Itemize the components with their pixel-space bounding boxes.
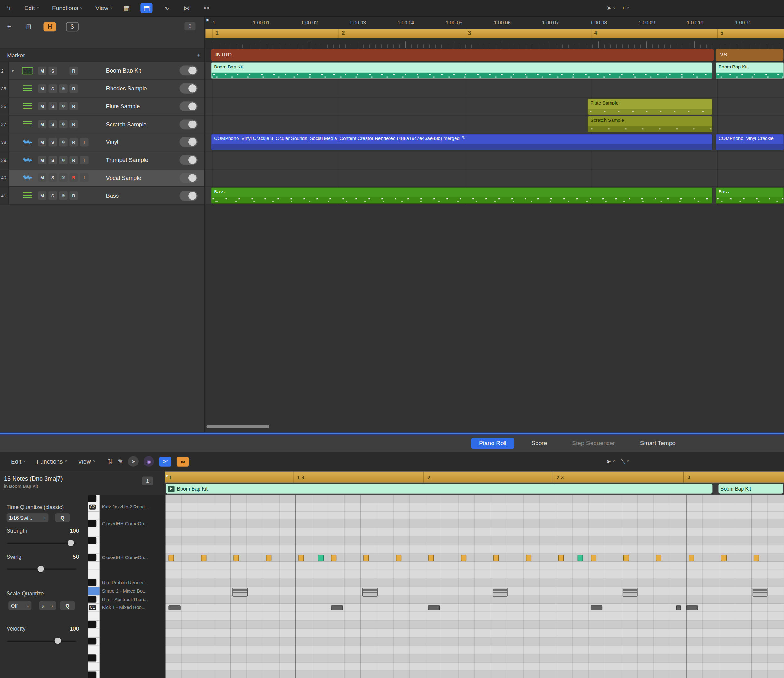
midi-in-icon[interactable]: ➤ xyxy=(128,456,139,467)
piano-key[interactable] xyxy=(88,587,100,596)
catch-playhead-icon[interactable]: ◉ xyxy=(143,456,154,467)
midi-note[interactable] xyxy=(363,588,377,597)
solo-button[interactable]: S xyxy=(48,156,57,164)
piano-key[interactable] xyxy=(88,654,100,662)
track-lane[interactable] xyxy=(206,169,784,187)
slider-knob[interactable] xyxy=(55,638,61,644)
pointer-tool[interactable]: ➤˅ xyxy=(606,458,615,465)
solo-button[interactable]: S xyxy=(48,138,57,146)
region[interactable]: Bass xyxy=(211,187,713,204)
mute-button[interactable]: M xyxy=(38,84,47,93)
midi-note[interactable] xyxy=(656,554,661,561)
record-button[interactable]: R xyxy=(69,191,78,200)
piano-roll-ruler[interactable]: ▶ 11 322 33 xyxy=(165,472,784,483)
region[interactable]: Flute Sample xyxy=(588,98,712,115)
play-icon[interactable]: ▶ xyxy=(168,485,175,492)
record-button[interactable]: R xyxy=(69,84,78,93)
freeze-icon[interactable]: ❄ xyxy=(59,174,67,182)
piano-key[interactable] xyxy=(88,511,100,520)
solo-button[interactable]: S xyxy=(48,84,57,93)
link-icon[interactable]: ∞ xyxy=(176,456,189,467)
piano-key[interactable] xyxy=(88,495,100,503)
track-on-toggle[interactable] xyxy=(179,173,197,183)
disclosure-icon[interactable]: ▸ xyxy=(9,68,17,73)
input-monitor-button[interactable]: I xyxy=(80,156,89,164)
midi-note[interactable] xyxy=(623,554,629,561)
track-on-toggle[interactable] xyxy=(179,119,197,129)
tab-piano-roll[interactable]: Piano Roll xyxy=(471,438,514,449)
midi-note[interactable] xyxy=(753,588,768,597)
menu-view[interactable]: View˅ xyxy=(95,5,113,11)
stepper-icon[interactable]: ↕ xyxy=(42,515,46,520)
grid-view-icon[interactable]: ▦ xyxy=(121,3,132,13)
add-track-button[interactable]: + xyxy=(7,23,11,30)
horizontal-scrollbar[interactable] xyxy=(206,425,784,430)
automation-icon[interactable]: ∿ xyxy=(161,3,173,13)
menu-functions[interactable]: Functions˅ xyxy=(37,458,67,465)
mute-button[interactable]: M xyxy=(38,174,47,182)
midi-note[interactable] xyxy=(233,554,239,561)
marker-section-intro[interactable]: INTRO xyxy=(211,49,714,61)
stepper-icon[interactable]: ↕ xyxy=(25,603,29,608)
solo-button[interactable]: S xyxy=(48,191,57,200)
window-split-divider[interactable] xyxy=(0,432,784,435)
midi-note[interactable] xyxy=(363,554,369,561)
add-tool[interactable]: +˅ xyxy=(622,5,629,11)
track-on-toggle[interactable] xyxy=(179,137,197,147)
slider-knob[interactable] xyxy=(67,540,74,546)
time-ruler[interactable]: ▶ 11:00:011:00:021:00:031:00:041:00:051:… xyxy=(206,17,784,29)
track-row[interactable]: 40MS❄RIVocal Sample xyxy=(0,169,204,187)
back-icon[interactable]: ↰ xyxy=(6,5,11,12)
mute-button[interactable]: M xyxy=(38,138,47,146)
tab-score[interactable]: Score xyxy=(523,438,555,449)
midi-note[interactable] xyxy=(578,554,583,561)
track-name[interactable]: Rhodes Sample xyxy=(102,86,180,91)
region[interactable]: Boom Bap Kit xyxy=(715,62,784,79)
scale-quantize-apply-button[interactable]: Q xyxy=(60,601,75,610)
swing-slider[interactable] xyxy=(6,566,76,572)
piano-key[interactable] xyxy=(88,646,100,654)
solo-button[interactable]: S xyxy=(48,102,57,110)
piano-key[interactable] xyxy=(88,528,100,537)
piano-key[interactable] xyxy=(88,612,100,620)
solo-button[interactable]: S xyxy=(48,120,57,128)
mute-button[interactable]: M xyxy=(38,191,47,200)
hide-tracks-button[interactable]: H xyxy=(44,22,56,31)
track-on-toggle[interactable] xyxy=(179,84,197,93)
midi-note[interactable] xyxy=(266,554,272,561)
region[interactable]: Bass xyxy=(715,187,784,204)
freeze-icon[interactable]: ❄ xyxy=(59,84,67,93)
track-name[interactable]: Bass xyxy=(102,193,180,199)
midi-note[interactable] xyxy=(591,606,602,610)
region-strip[interactable]: ▶Boom Bap Kit xyxy=(166,484,712,494)
midi-note[interactable] xyxy=(591,554,597,561)
piano-key[interactable] xyxy=(88,671,100,678)
track-on-toggle[interactable] xyxy=(179,65,197,76)
region-strip[interactable]: Boom Bap Kit xyxy=(719,484,783,494)
region[interactable]: Scratch Sample xyxy=(588,116,712,133)
track-name[interactable]: Vocal Sample xyxy=(102,175,180,181)
pencil-automation-icon[interactable]: ✎ xyxy=(118,458,123,465)
midi-note[interactable] xyxy=(526,554,532,561)
piano-key[interactable] xyxy=(88,570,100,579)
piano-key[interactable] xyxy=(88,578,100,587)
track-row[interactable]: 39MS❄RITrumpet Sample xyxy=(0,151,204,169)
track-row[interactable]: 2▸MSRBoom Bap Kit xyxy=(0,62,204,80)
piano-key[interactable] xyxy=(88,537,100,545)
mute-button[interactable]: M xyxy=(38,102,47,110)
tab-smart-tempo[interactable]: Smart Tempo xyxy=(632,438,683,449)
piano-key[interactable] xyxy=(88,554,100,562)
open-editor-window-button[interactable]: ↥ xyxy=(142,477,153,485)
midi-note[interactable] xyxy=(623,588,637,597)
mute-button[interactable]: M xyxy=(38,120,47,128)
track-row[interactable]: 37MS❄RScratch Sample xyxy=(0,115,204,134)
piano-key[interactable] xyxy=(88,638,100,646)
midi-note[interactable] xyxy=(493,588,508,597)
scissors-icon[interactable]: ✂ xyxy=(201,3,213,13)
piano-key[interactable] xyxy=(88,545,100,554)
input-monitor-button[interactable]: I xyxy=(80,138,89,146)
collapse-icon[interactable]: ⇅ xyxy=(107,458,112,465)
mute-button[interactable]: M xyxy=(38,67,47,75)
freeze-icon[interactable]: ❄ xyxy=(59,156,67,164)
region[interactable]: Boom Bap Kit xyxy=(211,62,713,79)
